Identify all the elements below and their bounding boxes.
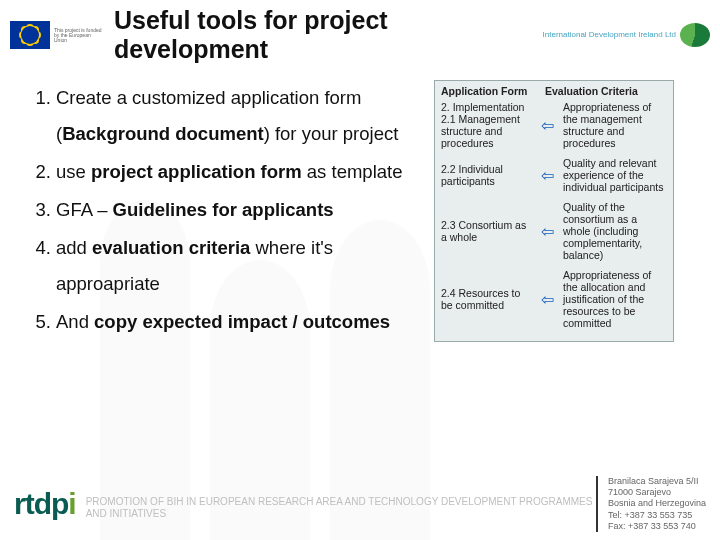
text: And — [56, 311, 94, 332]
diagram-header: Application Form Evaluation Criteria — [435, 81, 673, 99]
cell-right: Appropriateness of the management struct… — [563, 101, 667, 149]
list-item: GFA – Guidelines for applicants — [56, 192, 422, 228]
col-header: Application Form — [441, 85, 545, 97]
cell-left: 2.4 Resources to be committed — [441, 287, 531, 311]
slide-footer: rtdpi PROMOTION OF BIH IN EUROPEAN RESEA… — [0, 476, 720, 532]
list-item: Create a customized application form (Ba… — [56, 80, 422, 152]
list-item: use project application form as template — [56, 154, 422, 190]
text-bold: evaluation criteria — [92, 237, 250, 258]
text-bold: project application form — [91, 161, 302, 182]
text: ) for your project — [264, 123, 399, 144]
cell-left: 2.2 Individual participants — [441, 163, 531, 187]
content: Create a customized application form (Ba… — [0, 68, 720, 342]
footer-mid-text: PROMOTION OF BIH IN EUROPEAN RESEARCH AR… — [76, 496, 596, 520]
text: use — [56, 161, 91, 182]
criteria-diagram: Application Form Evaluation Criteria 2. … — [434, 80, 674, 342]
text-bold: Background document — [62, 123, 263, 144]
col-header: Evaluation Criteria — [545, 85, 667, 97]
cell-left: 2. Implementation 2.1 Management structu… — [441, 101, 531, 149]
eu-caption: This project is funded by the European U… — [54, 28, 102, 43]
idi-swirl-icon — [680, 23, 710, 47]
idi-logo: International Development Ireland Ltd — [543, 23, 710, 47]
cell-right: Quality of the consortium as a whole (in… — [563, 201, 667, 261]
diagram-row: 2. Implementation 2.1 Management structu… — [435, 99, 673, 155]
idi-text: International Development Ireland Ltd — [543, 31, 676, 39]
text: add — [56, 237, 92, 258]
diagram-row: 2.2 Individual participants ⇦ Quality an… — [435, 155, 673, 199]
page-title: Useful tools for project development — [114, 6, 543, 64]
diagram-row: 2.3 Consortium as a whole ⇦ Quality of t… — [435, 199, 673, 267]
slide-header: This project is funded by the European U… — [0, 0, 720, 68]
arrow-left-icon: ⇦ — [531, 116, 563, 135]
text: as template — [302, 161, 403, 182]
list-item: And copy expected impact / outcomes — [56, 304, 422, 340]
text-bold: copy expected impact / outcomes — [94, 311, 390, 332]
numbered-list: Create a customized application form (Ba… — [32, 80, 422, 342]
list-item: add evaluation criteria where it's appro… — [56, 230, 422, 302]
logo-text-accent: i — [68, 487, 75, 520]
arrow-left-icon: ⇦ — [531, 222, 563, 241]
arrow-left-icon: ⇦ — [531, 290, 563, 309]
text: GFA – — [56, 199, 113, 220]
rtdpi-logo: rtdpi — [14, 487, 76, 521]
text-bold: Guidelines for applicants — [113, 199, 334, 220]
logo-text: rtdp — [14, 487, 68, 520]
footer-contact: Branilaca Sarajeva 5/II 71000 Sarajevo B… — [596, 476, 706, 532]
cell-right: Quality and relevant experience of the i… — [563, 157, 667, 193]
diagram-row: 2.4 Resources to be committed ⇦ Appropri… — [435, 267, 673, 335]
cell-right: Appropriateness of the allocation and ju… — [563, 269, 667, 329]
cell-left: 2.3 Consortium as a whole — [441, 219, 531, 243]
arrow-left-icon: ⇦ — [531, 166, 563, 185]
eu-flag-icon — [10, 21, 50, 49]
